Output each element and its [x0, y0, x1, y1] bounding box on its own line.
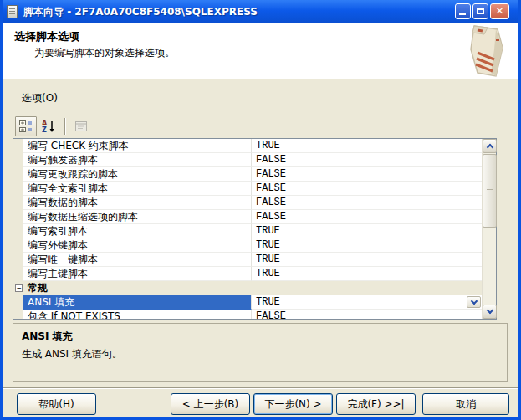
grid-row[interactable]: 编写外键脚本 TRUE — [13, 238, 482, 253]
help-button[interactable]: 帮助(H) — [17, 393, 96, 415]
option-name: 编写主键脚本 — [23, 267, 252, 281]
option-name: 编写唯一键脚本 — [23, 253, 252, 267]
maximize-icon — [477, 8, 484, 14]
grid-row[interactable]: 编写主键脚本 TRUE — [13, 267, 482, 281]
propertygrid-toolbar: A Z — [15, 115, 93, 137]
option-value: FALSE — [252, 167, 482, 182]
close-button[interactable]: ✕ — [490, 3, 509, 19]
chevron-down-icon — [470, 297, 477, 304]
grid-row[interactable]: 编写数据压缩选项的脚本 FALSE — [13, 210, 482, 224]
option-name: 编写数据的脚本 — [23, 196, 252, 210]
titlebar[interactable]: 脚本向导 - 2F7A0A70C8F5408\SQLEXPRESS ✕ — [0, 0, 521, 23]
script-wizard-dialog: 脚本向导 - 2F7A0A70C8F5408\SQLEXPRESS ✕ 选择脚本… — [0, 0, 521, 420]
option-value: FALSE — [252, 182, 482, 196]
property-pages-icon — [74, 120, 88, 133]
option-name: 编写更改跟踪的脚本 — [23, 167, 252, 182]
option-name: 编写索引脚本 — [23, 224, 252, 238]
description-title: ANSI 填充 — [22, 330, 498, 344]
scroll-up-button[interactable] — [483, 139, 497, 153]
option-value: FALSE — [252, 310, 482, 319]
page-title: 选择脚本选项 — [14, 29, 79, 44]
option-value: FALSE — [252, 210, 482, 224]
minimize-icon — [459, 13, 466, 15]
option-value: TRUE — [252, 224, 482, 238]
grid-row-selected[interactable]: ANSI 填充 TRUE — [13, 295, 482, 310]
window-title: 脚本向导 - 2F7A0A70C8F5408\SQLEXPRESS — [23, 5, 258, 19]
category-row[interactable]: − 常规 — [13, 281, 482, 295]
script-options-grid: 编写 CHECK 约束脚本 TRUE 编写触发器脚本 FALSE 编写更改跟踪的… — [13, 138, 497, 320]
option-value: TRUE — [252, 253, 482, 267]
option-name: 编写 CHECK 约束脚本 — [23, 139, 252, 153]
option-value: TRUE — [252, 295, 482, 310]
option-value: TRUE — [252, 139, 482, 153]
grid-row[interactable]: 编写唯一键脚本 TRUE — [13, 253, 482, 267]
grid-row[interactable]: 包含 If NOT EXISTS FALSE — [13, 310, 482, 319]
close-icon: ✕ — [495, 5, 503, 17]
option-name: 编写外键脚本 — [23, 238, 252, 253]
option-name: 编写触发器脚本 — [23, 153, 252, 167]
minimize-button[interactable] — [455, 3, 471, 19]
option-name: 编写全文索引脚本 — [23, 182, 252, 196]
toolbar-separator — [64, 118, 66, 135]
categorized-view-button[interactable] — [15, 116, 37, 136]
vertical-scrollbar[interactable] — [482, 139, 496, 319]
grid-row[interactable]: 编写触发器脚本 FALSE — [13, 153, 482, 167]
next-button[interactable]: 下一步(N) > — [253, 393, 333, 415]
back-button[interactable]: < 上一步(B) — [171, 393, 250, 415]
app-icon — [7, 5, 18, 18]
alphabetical-sort-button[interactable]: A Z — [38, 116, 59, 136]
option-value: TRUE — [252, 238, 482, 253]
option-value: FALSE — [252, 196, 482, 210]
grid-row[interactable]: 编写更改跟踪的脚本 FALSE — [13, 167, 482, 182]
option-value: FALSE — [252, 153, 482, 167]
grid-row[interactable]: 编写数据的脚本 FALSE — [13, 196, 482, 210]
grid-row[interactable]: 编写 CHECK 约束脚本 TRUE — [13, 139, 482, 153]
grid-row[interactable]: 编写索引脚本 TRUE — [13, 224, 482, 238]
wizard-scroll-art — [459, 24, 513, 78]
option-name: 编写数据压缩选项的脚本 — [23, 210, 252, 224]
chevron-down-icon — [486, 307, 493, 314]
option-name: 包含 If NOT EXISTS — [23, 310, 252, 319]
cancel-button[interactable]: 取消 — [422, 393, 509, 415]
value-dropdown-button[interactable] — [467, 296, 481, 308]
category-label: 常规 — [28, 281, 48, 295]
description-text: 生成 ANSI 填充语句。 — [22, 347, 498, 361]
option-value: TRUE — [252, 267, 482, 281]
collapse-icon[interactable]: − — [15, 284, 23, 292]
options-label: 选项(O) — [22, 91, 58, 105]
categorized-icon — [19, 120, 33, 133]
chevron-up-icon — [486, 144, 493, 151]
scrollbar-thumb[interactable] — [483, 154, 497, 228]
grid-row[interactable]: 编写全文索引脚本 FALSE — [13, 182, 482, 196]
scroll-down-button[interactable] — [483, 305, 497, 319]
wizard-header: 选择脚本选项 为要编写脚本的对象选择选项。 — [0, 23, 521, 79]
maximize-button[interactable] — [472, 3, 488, 19]
property-pages-button — [70, 116, 92, 136]
svg-text:Z: Z — [42, 126, 47, 133]
option-name: ANSI 填充 — [23, 295, 252, 310]
finish-button[interactable]: 完成(F) >>| — [336, 393, 416, 415]
option-description-panel: ANSI 填充 生成 ANSI 填充语句。 — [13, 323, 508, 382]
page-subtitle: 为要编写脚本的对象选择选项。 — [34, 46, 175, 60]
footer-separator — [0, 387, 521, 389]
sort-alphabetical-icon: A Z — [42, 120, 55, 133]
grid-rows-viewport: 编写 CHECK 约束脚本 TRUE 编写触发器脚本 FALSE 编写更改跟踪的… — [13, 139, 482, 319]
